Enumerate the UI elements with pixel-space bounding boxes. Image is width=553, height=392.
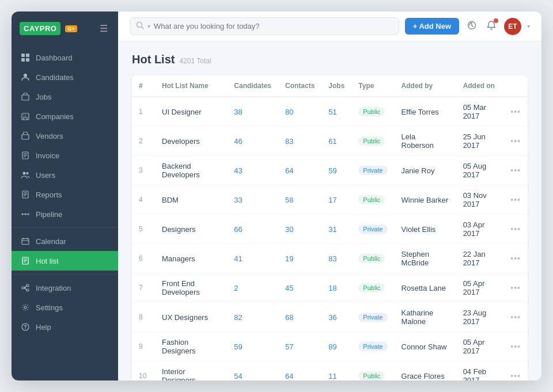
col-num: # — [132, 75, 155, 97]
sidebar-item-users[interactable]: Users — [12, 165, 118, 185]
cell-contacts[interactable]: 57 — [278, 332, 321, 361]
cell-candidates[interactable]: 59 — [227, 332, 278, 361]
cell-candidates[interactable]: 43 — [227, 156, 278, 185]
sidebar-item-settings[interactable]: Settings — [12, 298, 118, 317]
cell-added-by: Effie Torres — [395, 97, 456, 127]
cell-candidates[interactable]: 82 — [227, 303, 278, 332]
more-button[interactable]: ••• — [510, 224, 521, 234]
cell-added-by: Connor Shaw — [395, 332, 456, 361]
cell-more: ••• — [503, 127, 528, 156]
cell-more: ••• — [503, 185, 528, 215]
cell-num: 10 — [132, 361, 155, 381]
cell-contacts[interactable]: 19 — [278, 244, 321, 273]
cell-candidates[interactable]: 38 — [227, 97, 278, 127]
sidebar-label-companies: Companies — [36, 112, 74, 121]
calendar-icon — [21, 237, 30, 246]
more-button[interactable]: ••• — [510, 254, 521, 263]
cell-contacts[interactable]: 30 — [278, 215, 321, 244]
cell-added-by: Stephen McBride — [395, 244, 456, 273]
cell-jobs[interactable]: 61 — [321, 127, 351, 156]
table-row: 3 Backend Developers 43 64 59 Private Ja… — [132, 156, 528, 185]
cell-candidates[interactable]: 66 — [227, 215, 278, 244]
more-button[interactable]: ••• — [510, 371, 521, 380]
cell-jobs[interactable]: 89 — [321, 332, 351, 361]
sidebar-item-integration[interactable]: Integration — [12, 278, 118, 298]
cell-added-by: Katharine Malone — [395, 303, 456, 332]
hamburger-button[interactable]: ☰ — [97, 21, 110, 36]
integration-icon — [21, 283, 30, 292]
more-button[interactable]: ••• — [510, 166, 521, 175]
page-title: Hot List — [132, 53, 175, 66]
cell-more: ••• — [503, 303, 528, 332]
cell-contacts[interactable]: 64 — [278, 361, 321, 381]
sidebar: CAYPRO G+ ☰ Dashboard Candidates — [12, 12, 118, 380]
cell-jobs[interactable]: 59 — [321, 156, 351, 185]
more-button[interactable]: ••• — [510, 195, 521, 204]
cell-candidates[interactable]: 46 — [227, 127, 278, 156]
sidebar-item-hotlist[interactable]: Hot list — [12, 251, 118, 271]
sidebar-item-dashboard[interactable]: Dashboard — [12, 48, 118, 67]
sidebar-item-help[interactable]: Help — [12, 317, 118, 337]
cell-more: ••• — [503, 156, 528, 185]
history-button[interactable] — [465, 18, 479, 35]
cell-candidates[interactable]: 2 — [227, 273, 278, 303]
cell-jobs[interactable]: 17 — [321, 185, 351, 215]
cell-candidates[interactable]: 54 — [227, 361, 278, 381]
more-button[interactable]: ••• — [510, 107, 521, 116]
cell-num: 1 — [132, 97, 155, 127]
type-badge: Public — [358, 107, 385, 116]
cell-contacts[interactable]: 83 — [278, 127, 321, 156]
col-jobs: Jobs — [321, 75, 351, 97]
more-button[interactable]: ••• — [510, 283, 521, 292]
cell-jobs[interactable]: 31 — [321, 215, 351, 244]
sidebar-item-reports[interactable]: Reports — [12, 185, 118, 204]
cell-contacts[interactable]: 68 — [278, 303, 321, 332]
sidebar-item-jobs[interactable]: Jobs — [12, 87, 118, 106]
search-input[interactable] — [154, 22, 393, 31]
cell-num: 5 — [132, 215, 155, 244]
svg-point-10 — [26, 172, 29, 174]
more-button[interactable]: ••• — [510, 342, 521, 351]
sidebar-item-companies[interactable]: Companies — [12, 106, 118, 126]
table-row: 1 UI Designer 38 80 51 Public Effie Torr… — [132, 97, 528, 127]
sidebar-item-calendar[interactable]: Calendar — [12, 231, 118, 251]
cell-contacts[interactable]: 80 — [278, 97, 321, 127]
more-button[interactable]: ••• — [510, 136, 521, 146]
avatar-button[interactable]: ET — [504, 18, 521, 35]
page-title-row: Hot List 4201 Total — [132, 53, 528, 66]
cell-contacts[interactable]: 64 — [278, 156, 321, 185]
col-type: Type — [351, 75, 394, 97]
cell-added-by: Janie Roy — [395, 156, 456, 185]
table-row: 8 UX Designers 82 68 36 Private Katharin… — [132, 303, 528, 332]
cell-contacts[interactable]: 58 — [278, 185, 321, 215]
sidebar-item-pipeline[interactable]: Pipeline — [12, 204, 118, 224]
add-new-button[interactable]: + Add New — [405, 18, 459, 35]
cell-jobs[interactable]: 83 — [321, 244, 351, 273]
cell-jobs[interactable]: 36 — [321, 303, 351, 332]
svg-point-20 — [24, 306, 26, 309]
dashboard-icon — [21, 53, 30, 62]
cell-candidates[interactable]: 33 — [227, 185, 278, 215]
sidebar-item-invoice[interactable]: Invoice — [12, 146, 118, 165]
cell-num: 4 — [132, 185, 155, 215]
more-button[interactable]: ••• — [510, 313, 521, 322]
cell-jobs[interactable]: 11 — [321, 361, 351, 381]
sidebar-label-settings: Settings — [36, 303, 63, 312]
sidebar-item-candidates[interactable]: Candidates — [12, 67, 118, 87]
cell-candidates[interactable]: 41 — [227, 244, 278, 273]
sidebar-label-vendors: Vendors — [36, 132, 63, 140]
type-badge: Public — [358, 136, 385, 146]
cell-added-on: 25 Jun 2017 — [456, 127, 504, 156]
type-badge: Public — [358, 283, 385, 292]
cell-jobs[interactable]: 51 — [321, 97, 351, 127]
sidebar-nav: Dashboard Candidates Jobs — [12, 45, 118, 380]
sidebar-label-jobs: Jobs — [36, 93, 51, 101]
svg-rect-1 — [26, 54, 29, 57]
type-badge: Private — [358, 342, 387, 351]
svg-point-14 — [28, 214, 29, 215]
sidebar-item-vendors[interactable]: Vendors — [12, 126, 118, 146]
jobs-icon — [21, 92, 30, 101]
notifications-button[interactable] — [484, 18, 498, 35]
cell-jobs[interactable]: 18 — [321, 273, 351, 303]
cell-contacts[interactable]: 45 — [278, 273, 321, 303]
